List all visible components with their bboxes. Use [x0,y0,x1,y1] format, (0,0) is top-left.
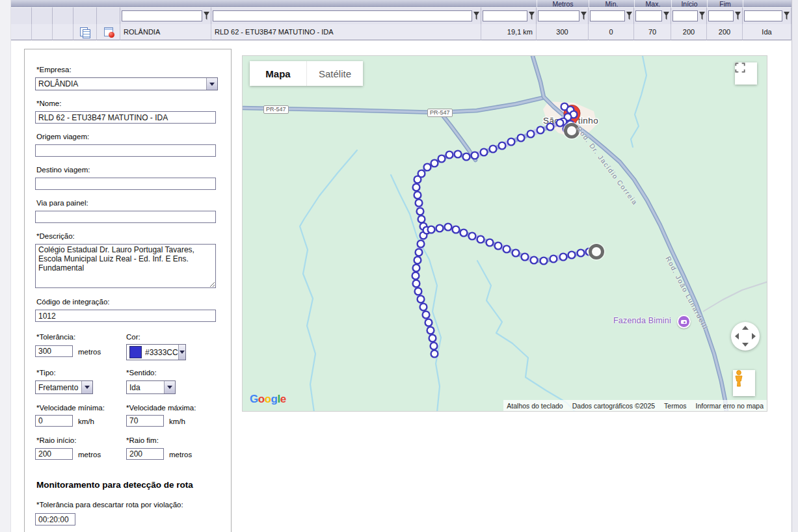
map-attribution: Atalhos do teclado Dados cartográficos ©… [503,400,767,411]
grid-header-fim: Fim [707,0,743,7]
pan-left-icon [735,333,739,339]
row-cell-fim[interactable]: 200 [707,24,743,40]
sentido-select-value: Ida [129,383,140,392]
tab-satelite[interactable]: Satélite [306,61,363,86]
filter-cell-min [589,7,634,24]
row-cell-empresa[interactable]: ROLÂNDIA [120,24,211,40]
left-gutter [0,0,11,532]
sentido-select[interactable]: Ida [126,380,176,394]
vel-min-label: *Velocidade mínima: [36,404,105,412]
filter-cell-max [634,7,671,24]
map-graphics: São Martinho [243,56,767,412]
raio-fim-field[interactable] [126,448,164,460]
filter-input-empresa[interactable] [122,10,202,21]
delete-route-icon[interactable] [104,27,113,36]
tolerancia-unit: metros [78,348,101,356]
filter-input-max[interactable] [635,10,662,21]
descricao-field[interactable]: Colégio Estadual Dr. Lauro Portugal Tava… [35,244,216,288]
chevron-down-icon [180,351,185,356]
filter-input-fim[interactable] [708,10,734,21]
raio-fim-unit: metros [169,451,192,459]
filter-input-nome[interactable] [213,10,472,21]
cor-select[interactable]: #3333CC [126,344,186,360]
empresa-select[interactable]: ROLÂNDIA [35,77,218,90]
filter-input-metros[interactable] [538,10,579,21]
raio-inicio-field[interactable] [35,448,73,460]
row-cell-max[interactable]: 70 [634,24,671,40]
filter-funnel-icon[interactable] [473,12,479,20]
nome-field[interactable] [35,111,216,124]
filter-cell-nome [211,7,481,24]
raio-fim-label: *Raio fim: [126,436,159,444]
row-cell-sentido[interactable]: Ida [743,24,791,40]
descricao-label: *Descrição: [36,232,75,240]
tolerancia-field[interactable] [35,345,73,357]
vel-min-field[interactable] [35,415,73,427]
filter-funnel-icon[interactable] [529,12,535,20]
tipo-dropdown-button[interactable] [81,381,92,393]
map-data-copyright: Dados cartográficos ©2025 [572,402,655,410]
destino-label: Destino viagem: [36,166,90,174]
page: Metros Min. Max. Início Fim [0,0,798,532]
filter-input-distancia[interactable] [483,10,527,21]
chevron-down-icon [85,386,90,392]
filter-funnel-icon[interactable] [581,12,587,20]
filter-input-sentido[interactable] [744,10,782,21]
filter-funnel-icon[interactable] [784,12,790,20]
row-cell-nome[interactable]: RLD 62 - ETU3B47 MATUTINO - IDA [211,24,481,40]
fullscreen-button[interactable] [735,62,757,85]
vel-max-label: *Velocidade máxima: [126,404,196,412]
origem-label: Origem viagem: [36,133,89,140]
row-cell-metros[interactable]: 300 [537,24,589,40]
tolerancia-descartar-field[interactable] [35,513,75,525]
grid-header-blank [11,0,537,7]
monitoramento-title: Monitoramento para detecção de rota [36,480,193,490]
filter-cell-empty-1 [11,7,32,24]
terms-link[interactable]: Termos [664,402,686,410]
filter-input-min[interactable] [590,10,625,21]
nome-label: *Nome: [36,100,61,107]
codigo-field[interactable] [35,310,216,322]
destino-field[interactable] [35,178,216,190]
vel-max-unit: km/h [169,418,185,425]
row-cell-inicio[interactable]: 200 [671,24,707,40]
filter-cell-fim [707,7,743,24]
filter-funnel-icon[interactable] [626,12,632,20]
cor-dropdown-button[interactable] [178,345,185,360]
empresa-dropdown-button[interactable] [206,78,217,90]
chevron-down-icon [167,386,172,392]
pan-control[interactable] [731,322,760,351]
filter-cell-sentido [743,7,791,24]
via-painel-field[interactable] [35,211,216,223]
keyboard-shortcuts-link[interactable]: Atalhos do teclado [507,402,563,410]
filter-input-inicio[interactable] [672,10,698,21]
filter-funnel-icon[interactable] [699,12,705,20]
pegman-button[interactable] [733,370,755,396]
tipo-select[interactable]: Fretamento [35,380,93,394]
filter-funnel-icon[interactable] [204,12,209,20]
map-canvas[interactable]: São Martinho PR-547 PR-547 Rod. Dr. Jací… [242,55,767,412]
filter-cell-metros [537,7,589,24]
origem-field[interactable] [35,144,216,157]
pegman-icon [733,370,745,387]
filter-cell-empresa [120,7,211,24]
empresa-select-value: ROLÂNDIA [38,79,78,88]
row-cell-distancia[interactable]: 19,1 km [481,24,537,40]
filter-funnel-icon[interactable] [735,12,741,20]
tab-mapa[interactable]: Mapa [250,61,306,86]
copy-route-icon[interactable] [80,27,90,37]
scrollbar-track[interactable] [791,0,798,532]
filter-funnel-icon[interactable] [663,12,669,20]
row-cell-copy [73,24,97,40]
sentido-dropdown-button[interactable] [164,381,175,393]
row-cell-min[interactable]: 0 [589,24,634,40]
poi-camera-icon[interactable] [677,315,691,328]
row-cell-empty-1 [11,24,32,40]
poi-label-fazenda-bimini[interactable]: Fazenda Bimini [613,316,671,325]
grid-header-min: Min. [589,0,634,7]
report-error-link[interactable]: Informar erro no mapa [696,402,764,410]
row-cell-empty-3 [53,24,73,40]
vel-max-field[interactable] [126,415,164,427]
color-swatch [129,346,142,358]
google-logo[interactable]: Google [250,393,286,406]
